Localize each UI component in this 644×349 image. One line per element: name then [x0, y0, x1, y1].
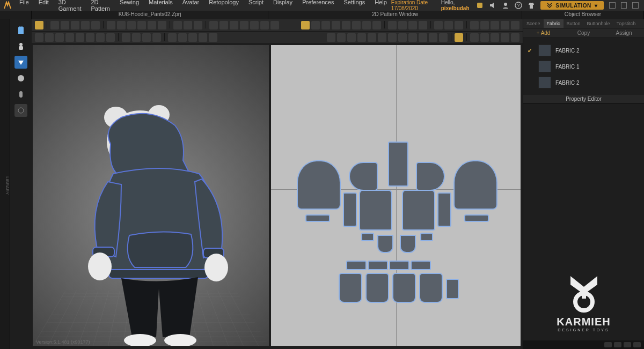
tool3d-smooth[interactable]	[158, 21, 166, 29]
footer-icon-b[interactable]	[614, 342, 621, 347]
tool3d-zipper[interactable]	[250, 21, 259, 29]
tool2d-r2-o[interactable]	[480, 33, 489, 42]
tool3d-superimpose[interactable]	[148, 21, 156, 29]
tool2d-r2-i[interactable]	[408, 33, 417, 42]
tool3d-fit[interactable]	[194, 21, 202, 29]
tab-buttonhole[interactable]: Buttonhole	[584, 19, 613, 28]
tool2d-internal[interactable]	[372, 21, 381, 29]
tool2d-r2-n[interactable]	[470, 33, 479, 42]
tool3d-gizmo[interactable]	[81, 21, 90, 29]
tool3d-r2-o[interactable]	[188, 33, 197, 42]
tool3d-r2-d[interactable]	[65, 33, 74, 42]
tool2d-addpoint[interactable]	[332, 21, 340, 29]
tool2d-sync[interactable]	[434, 21, 443, 29]
tool3d-tack[interactable]	[117, 21, 126, 29]
tool3d-rotate[interactable]	[61, 21, 69, 29]
tool3d-r2-l[interactable]	[152, 33, 161, 42]
tab-scene[interactable]: Scene	[523, 19, 544, 28]
tool3d-move[interactable]	[50, 21, 59, 29]
tool2d-r2-a[interactable]	[327, 33, 335, 42]
tool2d-r2-l[interactable]	[439, 33, 448, 42]
tool3d-r2-i[interactable]	[122, 33, 130, 42]
footer-icon-a[interactable]	[604, 342, 612, 347]
tool3d-r2-h[interactable]	[106, 33, 115, 42]
tool2d-r2-j[interactable]	[419, 33, 427, 42]
tool2d-circle[interactable]	[362, 21, 371, 29]
tool3d-r2-n[interactable]	[178, 33, 187, 42]
tool2d-editpoint[interactable]	[311, 21, 320, 29]
tool2d-r2-r[interactable]	[511, 33, 519, 42]
footer-icon-c[interactable]	[624, 342, 631, 347]
tool3d-r2-c[interactable]	[55, 33, 64, 42]
tool2d-r2-d[interactable]	[357, 33, 366, 42]
tool3d-lasso[interactable]	[91, 21, 100, 29]
tool2d-dart[interactable]	[388, 21, 397, 29]
tool3d-r2-f[interactable]	[86, 33, 94, 42]
tool2d-trace[interactable]	[419, 21, 427, 29]
tool-body-icon[interactable]	[14, 88, 27, 101]
tool3d-graphic[interactable]	[260, 21, 269, 29]
viewport-2d[interactable]	[271, 45, 521, 346]
tab-topstitch[interactable]: Topstitch	[613, 19, 639, 28]
window-maximize[interactable]	[621, 2, 627, 9]
tool2d-seam[interactable]	[408, 21, 417, 29]
tool2d-rectangle[interactable]	[352, 21, 361, 29]
tool-avatar-icon[interactable]	[14, 40, 27, 53]
assign-button[interactable]: Assign	[604, 28, 644, 38]
tool2d-r2-c[interactable]	[347, 33, 356, 42]
list-item[interactable]: ✔ FABRIC 2	[526, 42, 641, 58]
list-item[interactable]: FABRIC 1	[526, 58, 641, 75]
tool3d-r2-p[interactable]	[199, 33, 207, 42]
tool3d-texture[interactable]	[270, 21, 279, 29]
tool-hanger-icon[interactable]	[14, 56, 27, 69]
tool3d-r2-j[interactable]	[132, 33, 141, 42]
tool2d-r2-g[interactable]	[388, 33, 397, 42]
tool3d-arrange[interactable]	[137, 21, 146, 29]
help-icon[interactable]: ?	[515, 2, 522, 9]
tool2d-notch[interactable]	[398, 21, 407, 29]
tool2d-r2-e[interactable]	[368, 33, 376, 42]
tool3d-topstitch[interactable]	[230, 21, 238, 29]
tool3d-select[interactable]	[35, 21, 43, 29]
tab-fabric[interactable]: Fabric	[544, 19, 564, 28]
tool3d-fold[interactable]	[127, 21, 136, 29]
tool2d-grid[interactable]	[444, 21, 453, 29]
window-minimize[interactable]	[609, 2, 616, 9]
tool3d-r2-q[interactable]	[209, 33, 217, 42]
tool2d-dim[interactable]	[470, 21, 479, 29]
tab-button[interactable]: Button	[564, 19, 584, 28]
tool2d-r2-b[interactable]	[337, 33, 346, 42]
tool3d-steam[interactable]	[173, 21, 182, 29]
simulation-button[interactable]: SIMULATION ▾	[540, 1, 604, 10]
tool2d-r2-k[interactable]	[429, 33, 437, 42]
tool-head-icon[interactable]	[14, 72, 27, 85]
tool2d-r2-p[interactable]	[491, 33, 499, 42]
tool2d-r2-m[interactable]	[455, 33, 463, 42]
tool-garment-icon[interactable]	[14, 24, 27, 36]
tool2d-snap[interactable]	[455, 21, 463, 29]
tshirt-icon[interactable]	[528, 2, 535, 9]
tool3d-button[interactable]	[240, 21, 248, 29]
list-item[interactable]: FABRIC 2	[526, 75, 641, 91]
sound-icon[interactable]	[489, 2, 496, 9]
tool3d-tape[interactable]	[219, 21, 228, 29]
tool3d-pin[interactable]	[107, 21, 115, 29]
tool3d-r2-b[interactable]	[45, 33, 54, 42]
notification-icon[interactable]	[476, 2, 484, 9]
tool3d-r2-m[interactable]	[168, 33, 177, 42]
tool2d-copy[interactable]	[480, 21, 489, 29]
tool3d-measure[interactable]	[209, 21, 218, 29]
user-icon[interactable]	[502, 2, 509, 9]
window-close[interactable]	[632, 2, 639, 9]
tool2d-polygon[interactable]	[342, 21, 350, 29]
tool2d-editcurve[interactable]	[321, 21, 330, 29]
tool2d-mirror[interactable]	[491, 21, 499, 29]
tool3d-r2-g[interactable]	[96, 33, 105, 42]
add-button[interactable]: + Add	[523, 28, 564, 38]
footer-icon-d[interactable]	[633, 342, 641, 347]
tool2d-r2-f[interactable]	[378, 33, 386, 42]
tool2d-rotate[interactable]	[501, 21, 509, 29]
tool3d-r2-k[interactable]	[142, 33, 151, 42]
tool2d-r2-q[interactable]	[501, 33, 509, 42]
tool2d-align[interactable]	[511, 21, 519, 29]
